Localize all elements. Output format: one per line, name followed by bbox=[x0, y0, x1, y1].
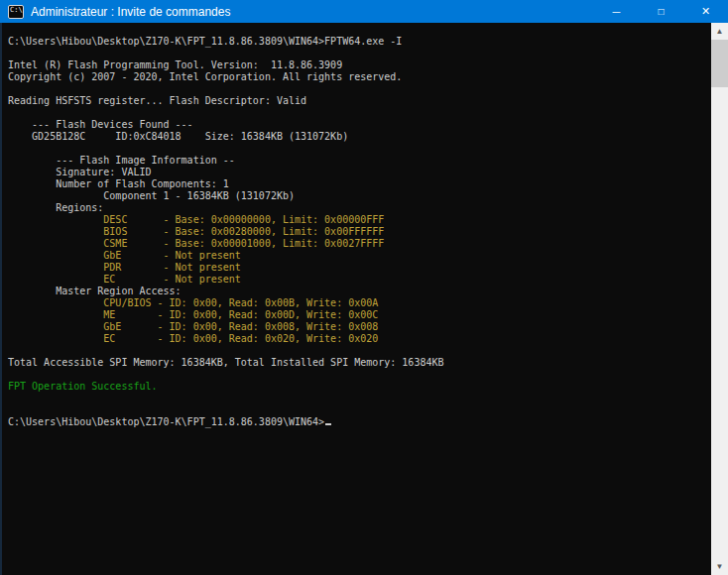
scroll-down-icon[interactable]: ▼ bbox=[711, 558, 728, 575]
terminal-line: CPU/BIOS - ID: 0x00, Read: 0x00B, Write:… bbox=[8, 297, 711, 309]
terminal-line: Signature: VALID bbox=[8, 167, 711, 178]
close-button[interactable]: ✕ bbox=[683, 0, 728, 23]
cmd-icon-label: C:\ bbox=[9, 6, 23, 15]
console-output[interactable]: C:\Users\Hibou\Desktop\Z170-K\FPT_11.8.8… bbox=[0, 23, 711, 575]
text-cursor bbox=[325, 423, 331, 425]
window-title: Administrateur : Invite de commandes bbox=[31, 5, 230, 19]
terminal-line: Reading HSFSTS register... Flash Descrip… bbox=[8, 95, 711, 107]
terminal-line: --- Flash Image Information -- bbox=[8, 155, 711, 167]
terminal-line bbox=[8, 143, 711, 155]
terminal-line bbox=[8, 48, 711, 59]
terminal-line bbox=[8, 393, 711, 404]
terminal-line: Regions: bbox=[8, 202, 711, 214]
terminal-line: PDR - Not present bbox=[8, 262, 711, 274]
terminal-line: DESC - Base: 0x00000000, Limit: 0x00000F… bbox=[8, 214, 711, 226]
terminal-line: Copyright (c) 2007 - 2020, Intel Corpora… bbox=[8, 71, 711, 83]
terminal-line bbox=[8, 107, 711, 119]
terminal-window: C:\ Administrateur : Invite de commandes… bbox=[0, 0, 728, 575]
terminal-line bbox=[8, 83, 711, 95]
cmd-icon: C:\ bbox=[8, 5, 24, 19]
terminal-line: GbE - Not present bbox=[8, 250, 711, 262]
terminal-line: C:\Users\Hibou\Desktop\Z170-K\FPT_11.8.8… bbox=[8, 416, 711, 428]
title-bar[interactable]: C:\ Administrateur : Invite de commandes… bbox=[0, 0, 728, 23]
terminal-line: Master Region Access: bbox=[8, 286, 711, 297]
terminal-line: GbE - ID: 0x00, Read: 0x008, Write: 0x00… bbox=[8, 321, 711, 333]
minimize-button[interactable]: ─ bbox=[594, 0, 639, 23]
terminal-line: BIOS - Base: 0x00280000, Limit: 0x00FFFF… bbox=[8, 226, 711, 238]
terminal-line: Number of Flash Components: 1 bbox=[8, 178, 711, 190]
terminal-line: FPT Operation Successful. bbox=[8, 381, 711, 393]
maximize-button[interactable]: □ bbox=[639, 0, 683, 23]
scroll-up-icon[interactable]: ▲ bbox=[711, 23, 728, 40]
scrollbar[interactable]: ▲ ▼ bbox=[711, 23, 728, 575]
scrollbar-thumb[interactable] bbox=[711, 40, 728, 87]
terminal-line: Intel (R) Flash Programming Tool. Versio… bbox=[8, 59, 711, 71]
terminal-line: ME - ID: 0x00, Read: 0x00D, Write: 0x00C bbox=[8, 309, 711, 321]
terminal-line bbox=[8, 369, 711, 381]
terminal-line: CSME - Base: 0x00001000, Limit: 0x0027FF… bbox=[8, 238, 711, 250]
terminal-line: EC - Not present bbox=[8, 274, 711, 286]
terminal-line bbox=[8, 345, 711, 357]
terminal-line: --- Flash Devices Found --- bbox=[8, 119, 711, 131]
terminal-line bbox=[8, 404, 711, 416]
terminal-line: GD25B128C ID:0xC84018 Size: 16384KB (131… bbox=[8, 131, 711, 143]
terminal-line: EC - ID: 0x00, Read: 0x020, Write: 0x020 bbox=[8, 333, 711, 345]
terminal-line: Component 1 - 16384KB (131072Kb) bbox=[8, 190, 711, 202]
terminal-line: C:\Users\Hibou\Desktop\Z170-K\FPT_11.8.8… bbox=[8, 36, 711, 48]
window-controls: ─ □ ✕ bbox=[594, 0, 728, 23]
terminal-line: Total Accessible SPI Memory: 16384KB, To… bbox=[8, 357, 711, 369]
